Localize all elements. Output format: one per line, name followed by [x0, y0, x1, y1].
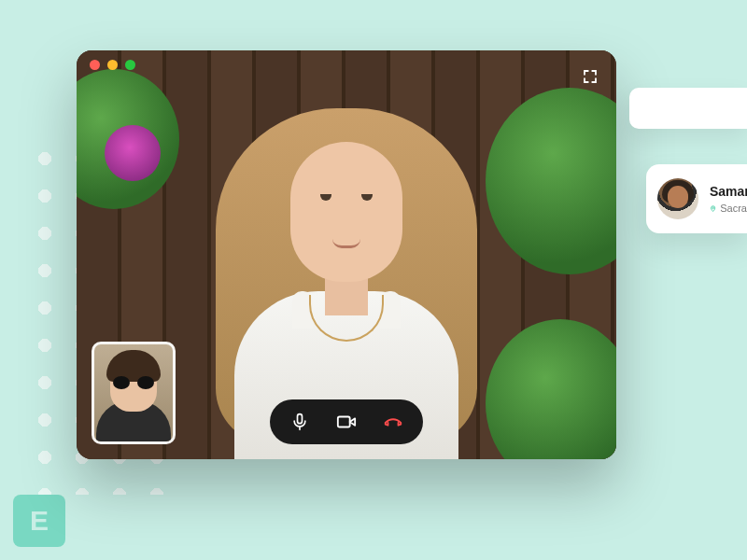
- camera-button[interactable]: [335, 411, 358, 433]
- contact-avatar: [657, 178, 698, 219]
- video-call-window: [77, 50, 616, 459]
- contact-location-text: Sacra: [720, 203, 747, 214]
- window-zoom-button[interactable]: [125, 60, 135, 70]
- end-call-button[interactable]: [382, 411, 404, 433]
- side-panel-strip: [629, 88, 747, 129]
- window-close-button[interactable]: [90, 60, 100, 70]
- call-controls: [270, 399, 423, 444]
- contact-card[interactable]: Saman Sacra: [646, 164, 747, 233]
- window-traffic-lights: [90, 60, 135, 70]
- svg-point-4: [712, 207, 714, 209]
- location-pin-icon: [710, 203, 716, 214]
- app-logo-badge: E: [13, 495, 65, 547]
- svg-rect-2: [338, 417, 350, 427]
- video-camera-icon: [336, 412, 357, 432]
- expand-icon: [582, 68, 599, 85]
- contact-info: Saman Sacra: [710, 184, 747, 214]
- svg-rect-0: [298, 414, 303, 424]
- contact-name: Saman: [710, 184, 747, 199]
- hang-up-icon: [383, 412, 403, 432]
- contact-location: Sacra: [710, 203, 747, 214]
- window-minimize-button[interactable]: [107, 60, 118, 70]
- microphone-icon: [290, 413, 309, 431]
- mute-button[interactable]: [289, 411, 311, 433]
- app-logo-letter: E: [30, 505, 49, 537]
- self-view[interactable]: [92, 342, 176, 444]
- fullscreen-button[interactable]: [577, 63, 603, 90]
